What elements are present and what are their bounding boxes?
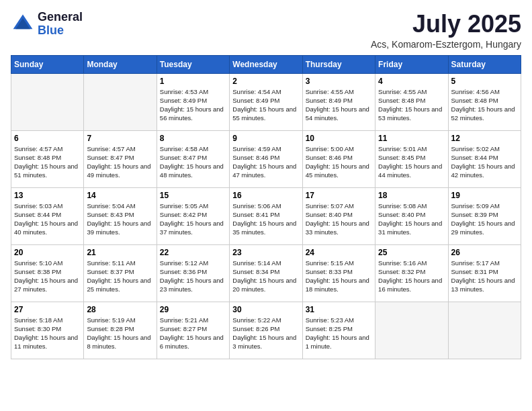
day-number: 24: [306, 248, 372, 257]
day-info: Sunrise: 5:03 AM Sunset: 8:44 PM Dayligh…: [14, 201, 81, 237]
day-cell: 14Sunrise: 5:04 AM Sunset: 8:43 PM Dayli…: [84, 187, 157, 244]
day-cell: 9Sunrise: 4:59 AM Sunset: 8:46 PM Daylig…: [230, 130, 302, 187]
day-cell: 30Sunrise: 5:22 AM Sunset: 8:26 PM Dayli…: [230, 302, 302, 359]
day-cell: 16Sunrise: 5:06 AM Sunset: 8:41 PM Dayli…: [230, 187, 302, 244]
day-cell: 12Sunrise: 5:02 AM Sunset: 8:44 PM Dayli…: [448, 130, 521, 187]
day-cell: 26Sunrise: 5:17 AM Sunset: 8:31 PM Dayli…: [448, 244, 521, 302]
week-row-1: 1Sunrise: 4:53 AM Sunset: 8:49 PM Daylig…: [11, 73, 521, 130]
day-info: Sunrise: 4:57 AM Sunset: 8:47 PM Dayligh…: [87, 144, 153, 180]
day-info: Sunrise: 5:23 AM Sunset: 8:25 PM Dayligh…: [306, 316, 372, 351]
day-number: 18: [378, 191, 445, 200]
day-number: 12: [451, 134, 518, 143]
day-number: 30: [232, 305, 299, 314]
day-info: Sunrise: 4:58 AM Sunset: 8:47 PM Dayligh…: [160, 144, 226, 180]
header-sunday: Sunday: [11, 55, 84, 73]
day-number: 21: [87, 248, 153, 257]
day-info: Sunrise: 5:17 AM Sunset: 8:31 PM Dayligh…: [451, 259, 518, 294]
logo-general: General: [38, 11, 83, 24]
day-number: 7: [87, 134, 153, 143]
day-cell: [448, 302, 521, 359]
logo-icon: [11, 12, 35, 36]
calendar-header-row: SundayMondayTuesdayWednesdayThursdayFrid…: [11, 55, 521, 73]
day-cell: 3Sunrise: 4:55 AM Sunset: 8:49 PM Daylig…: [302, 73, 375, 130]
day-number: 25: [378, 248, 445, 257]
day-info: Sunrise: 5:08 AM Sunset: 8:40 PM Dayligh…: [378, 201, 445, 237]
day-info: Sunrise: 4:55 AM Sunset: 8:48 PM Dayligh…: [378, 87, 445, 123]
day-info: Sunrise: 4:56 AM Sunset: 8:48 PM Dayligh…: [451, 87, 518, 123]
day-cell: 22Sunrise: 5:12 AM Sunset: 8:36 PM Dayli…: [157, 244, 229, 302]
day-number: 31: [306, 305, 372, 314]
day-number: 29: [160, 305, 226, 314]
day-cell: 28Sunrise: 5:19 AM Sunset: 8:28 PM Dayli…: [84, 302, 157, 359]
day-cell: 27Sunrise: 5:18 AM Sunset: 8:30 PM Dayli…: [11, 302, 84, 359]
day-info: Sunrise: 5:11 AM Sunset: 8:37 PM Dayligh…: [87, 259, 153, 294]
day-info: Sunrise: 5:15 AM Sunset: 8:33 PM Dayligh…: [306, 259, 372, 294]
day-number: 22: [160, 248, 226, 257]
day-number: 16: [232, 191, 299, 200]
day-info: Sunrise: 5:12 AM Sunset: 8:36 PM Dayligh…: [160, 259, 226, 294]
day-cell: 2Sunrise: 4:54 AM Sunset: 8:49 PM Daylig…: [230, 73, 302, 130]
logo-text: General Blue: [38, 11, 83, 38]
day-number: 5: [451, 77, 518, 86]
header-monday: Monday: [84, 55, 157, 73]
day-info: Sunrise: 5:01 AM Sunset: 8:45 PM Dayligh…: [378, 144, 445, 180]
day-number: 14: [87, 191, 153, 200]
header-friday: Friday: [375, 55, 448, 73]
day-number: 13: [14, 191, 81, 200]
day-cell: [375, 302, 448, 359]
day-info: Sunrise: 5:00 AM Sunset: 8:46 PM Dayligh…: [306, 144, 372, 180]
day-info: Sunrise: 5:02 AM Sunset: 8:44 PM Dayligh…: [451, 144, 518, 180]
week-row-5: 27Sunrise: 5:18 AM Sunset: 8:30 PM Dayli…: [11, 302, 521, 359]
header-tuesday: Tuesday: [157, 55, 229, 73]
day-info: Sunrise: 5:22 AM Sunset: 8:26 PM Dayligh…: [232, 316, 299, 351]
day-info: Sunrise: 4:57 AM Sunset: 8:48 PM Dayligh…: [14, 144, 81, 180]
day-info: Sunrise: 5:16 AM Sunset: 8:32 PM Dayligh…: [378, 259, 445, 294]
day-number: 11: [378, 134, 445, 143]
day-info: Sunrise: 5:05 AM Sunset: 8:42 PM Dayligh…: [160, 201, 226, 237]
day-cell: 15Sunrise: 5:05 AM Sunset: 8:42 PM Dayli…: [157, 187, 229, 244]
week-row-2: 6Sunrise: 4:57 AM Sunset: 8:48 PM Daylig…: [11, 130, 521, 187]
day-number: 9: [232, 134, 299, 143]
day-number: 19: [451, 191, 518, 200]
day-cell: 29Sunrise: 5:21 AM Sunset: 8:27 PM Dayli…: [157, 302, 229, 359]
day-info: Sunrise: 5:06 AM Sunset: 8:41 PM Dayligh…: [232, 201, 299, 237]
day-number: 17: [306, 191, 372, 200]
day-cell: 13Sunrise: 5:03 AM Sunset: 8:44 PM Dayli…: [11, 187, 84, 244]
day-number: 15: [160, 191, 226, 200]
calendar-table: SundayMondayTuesdayWednesdayThursdayFrid…: [11, 55, 521, 359]
day-number: 6: [14, 134, 81, 143]
day-number: 28: [87, 305, 153, 314]
day-cell: 24Sunrise: 5:15 AM Sunset: 8:33 PM Dayli…: [302, 244, 375, 302]
day-number: 2: [232, 77, 299, 86]
day-cell: 8Sunrise: 4:58 AM Sunset: 8:47 PM Daylig…: [157, 130, 229, 187]
day-cell: 20Sunrise: 5:10 AM Sunset: 8:38 PM Dayli…: [11, 244, 84, 302]
day-cell: [84, 73, 157, 130]
day-number: 8: [160, 134, 226, 143]
day-info: Sunrise: 4:59 AM Sunset: 8:46 PM Dayligh…: [232, 144, 299, 180]
day-cell: 19Sunrise: 5:09 AM Sunset: 8:39 PM Dayli…: [448, 187, 521, 244]
day-info: Sunrise: 4:54 AM Sunset: 8:49 PM Dayligh…: [232, 87, 299, 123]
day-cell: 10Sunrise: 5:00 AM Sunset: 8:46 PM Dayli…: [302, 130, 375, 187]
day-number: 4: [378, 77, 445, 86]
day-cell: 31Sunrise: 5:23 AM Sunset: 8:25 PM Dayli…: [302, 302, 375, 359]
day-number: 20: [14, 248, 81, 257]
day-cell: 25Sunrise: 5:16 AM Sunset: 8:32 PM Dayli…: [375, 244, 448, 302]
day-info: Sunrise: 5:07 AM Sunset: 8:40 PM Dayligh…: [306, 201, 372, 237]
day-number: 27: [14, 305, 81, 314]
day-number: 10: [306, 134, 372, 143]
header-saturday: Saturday: [448, 55, 521, 73]
page-header: General Blue July 2025 Acs, Komarom-Eszt…: [11, 11, 521, 50]
day-cell: [11, 73, 84, 130]
day-cell: 6Sunrise: 4:57 AM Sunset: 8:48 PM Daylig…: [11, 130, 84, 187]
day-cell: 11Sunrise: 5:01 AM Sunset: 8:45 PM Dayli…: [375, 130, 448, 187]
day-cell: 21Sunrise: 5:11 AM Sunset: 8:37 PM Dayli…: [84, 244, 157, 302]
header-thursday: Thursday: [302, 55, 375, 73]
week-row-4: 20Sunrise: 5:10 AM Sunset: 8:38 PM Dayli…: [11, 244, 521, 302]
week-row-3: 13Sunrise: 5:03 AM Sunset: 8:44 PM Dayli…: [11, 187, 521, 244]
logo: General Blue: [11, 11, 83, 38]
day-number: 23: [232, 248, 299, 257]
day-info: Sunrise: 5:19 AM Sunset: 8:28 PM Dayligh…: [87, 316, 153, 351]
day-info: Sunrise: 5:14 AM Sunset: 8:34 PM Dayligh…: [232, 259, 299, 294]
day-cell: 4Sunrise: 4:55 AM Sunset: 8:48 PM Daylig…: [375, 73, 448, 130]
day-info: Sunrise: 5:21 AM Sunset: 8:27 PM Dayligh…: [160, 316, 226, 351]
